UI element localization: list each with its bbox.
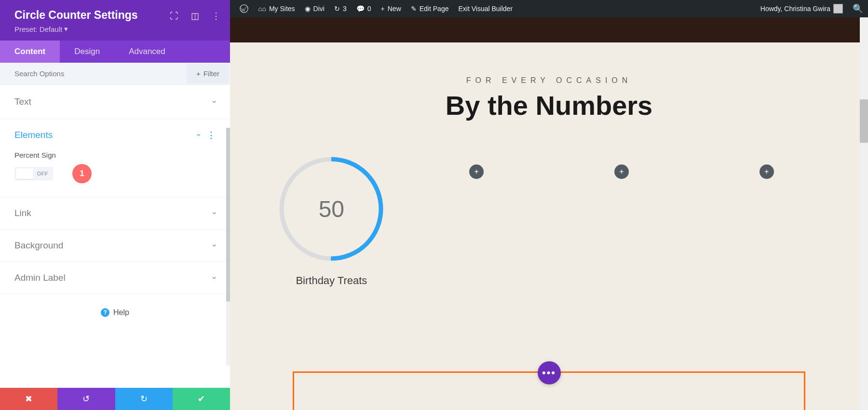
- redo-button[interactable]: ↻: [115, 388, 173, 410]
- add-module-button[interactable]: +: [469, 164, 484, 179]
- search-input[interactable]: [0, 63, 187, 84]
- wp-divi-label: Divi: [313, 5, 325, 13]
- wp-comments-count: 0: [367, 5, 371, 13]
- section-elements-icons: › ⋮: [197, 130, 216, 140]
- wp-comments[interactable]: 💬 0: [352, 5, 376, 13]
- columns-icon[interactable]: ◫: [191, 11, 199, 21]
- avatar: [833, 4, 843, 14]
- help-icon: ?: [101, 308, 109, 317]
- comment-icon: 💬: [356, 5, 365, 13]
- canvas-scrollbar[interactable]: [860, 17, 868, 410]
- section-link-head[interactable]: Link ›: [0, 197, 230, 229]
- section-link: Link ›: [0, 197, 230, 230]
- chevron-up-icon: ›: [193, 134, 202, 136]
- add-module-button[interactable]: +: [614, 164, 629, 179]
- percent-sign-label: Percent Sign: [14, 151, 216, 159]
- gauge-icon: ◉: [305, 5, 311, 13]
- chevron-down-icon: ›: [210, 212, 218, 214]
- section-link-title: Link: [14, 208, 31, 219]
- wp-my-sites-label: My Sites: [269, 5, 295, 13]
- section-elements: Elements › ⋮ Percent Sign OFF 1: [0, 119, 230, 197]
- tab-content[interactable]: Content: [0, 41, 60, 63]
- wp-updates-count: 3: [343, 5, 347, 13]
- wp-admin-bar: ⌂⌂ My Sites ◉ Divi ↻ 3 💬 0 + New ✎ Edit …: [230, 0, 868, 17]
- filter-button[interactable]: + Filter: [187, 64, 229, 83]
- search-icon[interactable]: 🔍: [853, 3, 863, 14]
- kebab-menu-icon[interactable]: ⋮: [212, 11, 220, 21]
- toggle-state: OFF: [37, 171, 49, 177]
- wp-divi[interactable]: ◉ Divi: [300, 5, 329, 13]
- page-canvas: ⌂⌂ My Sites ◉ Divi ↻ 3 💬 0 + New ✎ Edit …: [230, 0, 868, 410]
- counter-col-4: +: [704, 155, 829, 287]
- section-admin-label: Admin Label ›: [0, 262, 230, 294]
- settings-panel: Circle Counter Settings Preset: Default …: [0, 0, 230, 410]
- pencil-icon: ✎: [411, 5, 417, 13]
- tab-design[interactable]: Design: [60, 41, 114, 63]
- section-text-title: Text: [14, 96, 31, 107]
- wp-new-label: New: [388, 5, 401, 13]
- counter-value: 50: [277, 155, 385, 263]
- help-label: Help: [113, 308, 129, 317]
- section-elements-body: Percent Sign OFF 1: [0, 151, 230, 197]
- panel-footer: ✖ ↺ ↻ ✔: [0, 388, 230, 410]
- counter-label: Birthday Treats: [296, 274, 367, 287]
- cancel-button[interactable]: ✖: [0, 388, 57, 410]
- section-text-head[interactable]: Text ›: [0, 85, 230, 119]
- add-module-button[interactable]: +: [760, 164, 774, 179]
- toggle-knob: [16, 168, 33, 179]
- section-admin-label-title: Admin Label: [14, 273, 66, 283]
- percent-sign-toggle[interactable]: OFF: [14, 167, 53, 180]
- section-elements-title: Elements: [14, 130, 53, 140]
- wp-new[interactable]: + New: [376, 5, 406, 13]
- section-background: Background ›: [0, 230, 230, 262]
- counter-col-2: +: [414, 155, 540, 287]
- tab-advanced[interactable]: Advanced: [114, 41, 180, 63]
- wp-exit-builder[interactable]: Exit Visual Builder: [453, 5, 517, 13]
- search-bar: + Filter: [0, 63, 230, 85]
- wp-edit-page[interactable]: ✎ Edit Page: [406, 5, 454, 13]
- undo-button[interactable]: ↺: [57, 388, 115, 410]
- panel-scroll-thumb[interactable]: [226, 128, 230, 301]
- page-subtitle: FOR EVERY OCCASION: [259, 76, 839, 85]
- section-background-head[interactable]: Background ›: [0, 230, 230, 261]
- annotation-badge: 1: [72, 164, 92, 183]
- wp-howdy-label: Howdy, Christina Gwira: [760, 5, 830, 13]
- page-content: FOR EVERY OCCASION By the Numbers 50 Bir…: [230, 42, 868, 410]
- chevron-down-icon: ›: [210, 276, 218, 279]
- section-menu-button[interactable]: •••: [538, 361, 561, 384]
- counters-row: 50 Birthday Treats + + +: [259, 155, 839, 287]
- page-title: By the Numbers: [259, 90, 839, 121]
- wordpress-icon: [240, 4, 248, 13]
- chevron-down-icon: ›: [210, 100, 218, 103]
- preset-selector[interactable]: Preset: Default ▾: [14, 25, 68, 33]
- help-row: ? Help: [0, 294, 230, 330]
- wp-bar-right: Howdy, Christina Gwira 🔍: [756, 3, 863, 14]
- caret-down-icon: ▾: [64, 25, 68, 33]
- section-elements-head[interactable]: Elements › ⋮: [0, 119, 230, 151]
- hero-section: [230, 17, 868, 42]
- wp-logo[interactable]: [235, 4, 253, 13]
- wp-edit-page-label: Edit Page: [420, 5, 449, 13]
- help-link[interactable]: ? Help: [101, 308, 129, 317]
- wp-howdy[interactable]: Howdy, Christina Gwira: [756, 4, 848, 14]
- percent-sign-row: OFF 1: [14, 164, 216, 183]
- wp-exit-builder-label: Exit Visual Builder: [458, 5, 513, 13]
- preset-label: Preset: Default: [14, 25, 62, 33]
- save-button[interactable]: ✔: [173, 388, 230, 410]
- wp-updates[interactable]: ↻ 3: [329, 5, 352, 13]
- panel-body: + Filter Text › Elements › ⋮ Percent Sig…: [0, 63, 230, 388]
- canvas-scroll-thumb[interactable]: [860, 99, 868, 143]
- panel-scrollbar[interactable]: [226, 128, 230, 366]
- section-text: Text ›: [0, 85, 230, 119]
- quote-section[interactable]: “ •••: [293, 371, 805, 410]
- wp-my-sites[interactable]: ⌂⌂ My Sites: [253, 5, 300, 13]
- panel-header: Circle Counter Settings Preset: Default …: [0, 0, 230, 41]
- section-admin-label-head[interactable]: Admin Label ›: [0, 262, 230, 294]
- kebab-menu-icon[interactable]: ⋮: [207, 130, 216, 140]
- circle-counter[interactable]: 50: [277, 155, 385, 263]
- counter-col-1: 50 Birthday Treats: [269, 155, 394, 287]
- responsive-icon[interactable]: ⛶: [170, 11, 178, 21]
- filter-label: Filter: [203, 69, 219, 78]
- plus-icon: +: [381, 5, 385, 13]
- counter-col-3: +: [559, 155, 685, 287]
